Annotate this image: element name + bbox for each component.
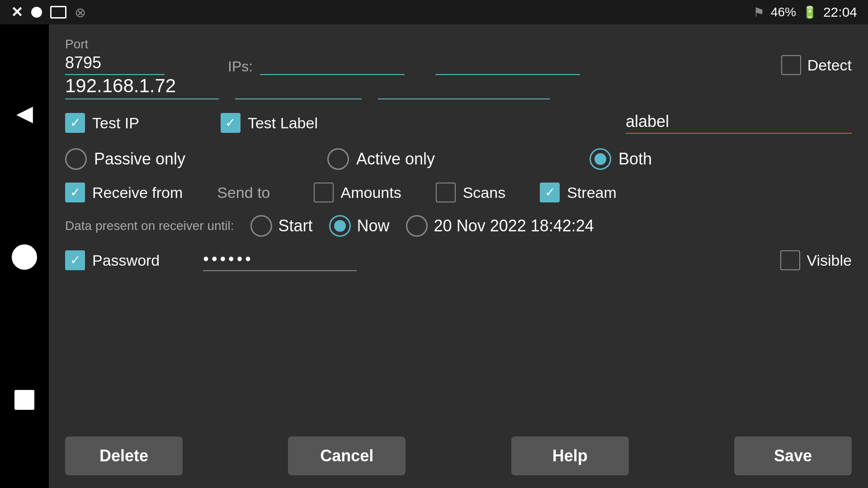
active-only-radio[interactable]: Active only [327, 148, 590, 170]
row-data-present: Data present on receiver until: Start No… [65, 215, 852, 237]
port-label: Port [65, 37, 165, 52]
visible-label: Visible [807, 252, 852, 269]
delete-button[interactable]: Delete [65, 436, 183, 475]
password-check-icon: ✓ [70, 254, 80, 267]
start-outer[interactable] [250, 215, 272, 237]
passive-outer[interactable] [65, 148, 87, 170]
stream-check-icon: ✓ [545, 186, 555, 199]
x-icon: ✕ [11, 4, 23, 21]
ips-label: IPs: [228, 58, 253, 75]
password-input[interactable] [203, 249, 357, 271]
cancel-button[interactable]: Cancel [288, 436, 406, 475]
start-label: Start [278, 216, 313, 235]
ips-group: IPs: [228, 53, 607, 75]
date-radio[interactable]: 20 Nov 2022 18:42:24 [406, 215, 594, 237]
battery-percent: 46% [771, 5, 796, 19]
passive-label: Passive only [94, 150, 185, 169]
now-outer[interactable] [329, 215, 351, 237]
stream-box[interactable]: ✓ [540, 183, 560, 202]
stream-checkbox[interactable]: ✓ Stream [540, 183, 617, 202]
globe-icon: ⊗ [75, 5, 86, 20]
stream-label: Stream [567, 184, 617, 202]
save-button[interactable]: Save [734, 436, 852, 475]
port-input[interactable] [65, 53, 165, 75]
now-radio[interactable]: Now [329, 215, 390, 237]
detect-label: Detect [807, 56, 852, 74]
amounts-box[interactable] [314, 183, 334, 202]
row-port-ips: Port IPs: Detect [65, 37, 852, 75]
amounts-label: Amounts [341, 184, 401, 202]
receive-from-check-icon: ✓ [70, 186, 80, 199]
now-label: Now [357, 216, 390, 235]
detect-checkbox[interactable] [781, 55, 801, 75]
status-bar: ✕ ⊗ ⚑ 46% 🔋 22:04 [0, 0, 868, 24]
send-to-label: Send to [217, 184, 270, 202]
passive-only-radio[interactable]: Passive only [65, 148, 327, 170]
side-nav: ◀ [0, 24, 49, 488]
back-arrow[interactable]: ◀ [16, 103, 33, 124]
row-radio: Passive only Active only Both [65, 148, 852, 170]
test-ip-checkbox[interactable]: ✓ Test IP [65, 113, 139, 133]
stop-button[interactable] [14, 390, 34, 410]
main-panel: Port IPs: Detect ✓ Test IP ✓ [49, 24, 868, 488]
test-ip-box[interactable]: ✓ [65, 113, 85, 133]
ip-input-1[interactable] [65, 75, 219, 99]
both-outer[interactable] [590, 148, 611, 170]
both-label: Both [618, 150, 652, 169]
test-label-check-icon: ✓ [225, 117, 236, 129]
ip-input-3[interactable] [378, 75, 550, 99]
active-label: Active only [356, 150, 435, 169]
start-radio[interactable]: Start [250, 215, 313, 237]
amounts-checkbox[interactable]: Amounts [314, 183, 401, 202]
row-options: ✓ Receive from Send to Amounts Scans ✓ S… [65, 183, 852, 202]
test-label-checkbox[interactable]: ✓ Test Label [221, 113, 318, 133]
row-password: ✓ Password Visible [65, 249, 852, 271]
both-radio[interactable]: Both [590, 148, 852, 170]
receive-from-label: Receive from [92, 184, 183, 202]
battery-icon: 🔋 [802, 5, 817, 19]
date-label: 20 Nov 2022 18:42:24 [434, 216, 594, 235]
ip-input-2[interactable] [235, 75, 362, 99]
circle-icon [31, 7, 42, 18]
visible-area: Visible [780, 250, 852, 270]
ips-input2[interactable] [435, 53, 580, 75]
date-outer[interactable] [406, 215, 428, 237]
password-label: Password [92, 252, 160, 269]
record-button[interactable] [12, 244, 37, 270]
row-ip [65, 75, 852, 99]
status-bar-left: ✕ ⊗ [11, 4, 86, 21]
image-icon [50, 6, 66, 19]
time-display: 22:04 [823, 5, 857, 20]
visible-checkbox[interactable] [780, 250, 800, 270]
ips-input[interactable] [260, 53, 405, 75]
data-present-label: Data present on receiver until: [65, 219, 234, 233]
port-group: Port [65, 37, 165, 75]
scans-box[interactable] [436, 183, 456, 202]
receive-from-box[interactable]: ✓ [65, 183, 85, 202]
scans-label: Scans [463, 184, 506, 202]
label-input[interactable] [626, 112, 852, 134]
test-label-box[interactable]: ✓ [221, 113, 241, 133]
receive-from-checkbox[interactable]: ✓ Receive from [65, 183, 183, 202]
active-outer[interactable] [327, 148, 349, 170]
now-inner [334, 220, 346, 232]
test-ip-label: Test IP [92, 114, 139, 132]
test-label-label: Test Label [248, 114, 318, 132]
help-button[interactable]: Help [511, 436, 629, 475]
bottom-buttons: Delete Cancel Help Save [65, 436, 852, 475]
both-inner [594, 153, 606, 165]
status-bar-right: ⚑ 46% 🔋 22:04 [753, 5, 857, 20]
row-test: ✓ Test IP ✓ Test Label [65, 112, 852, 134]
password-box[interactable]: ✓ [65, 250, 85, 270]
password-checkbox[interactable]: ✓ Password [65, 250, 160, 270]
detect-area: Detect [781, 55, 852, 75]
no-signal-icon: ⚑ [753, 5, 764, 20]
test-ip-check-icon: ✓ [70, 117, 80, 129]
scans-checkbox[interactable]: Scans [436, 183, 506, 202]
